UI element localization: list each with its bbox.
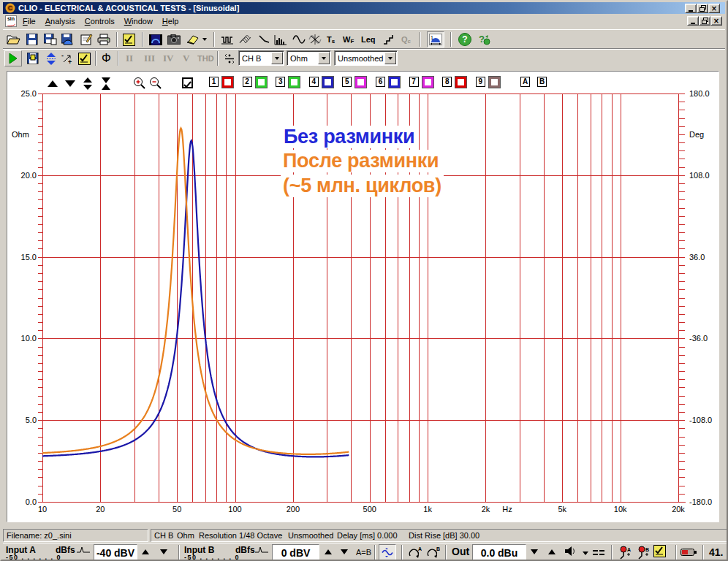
input-a-up-button[interactable] <box>142 549 149 554</box>
y-left-tick-label: 15.0 <box>21 253 37 262</box>
x-tick-label: 2k <box>482 505 490 514</box>
y-left-tick-label: 0.0 <box>26 497 37 506</box>
status-bar: Filename: z0_.sini CH BOhmResolution 1/4… <box>3 527 728 543</box>
x-tick-label: 5k <box>558 505 567 514</box>
svg-text:B: B <box>645 547 649 552</box>
impedance-chart <box>1 1 728 561</box>
x-tick-label: 20k <box>672 505 685 514</box>
svg-text:A: A <box>418 546 422 552</box>
chart-annotation-3: (~5 млн. циклов) <box>281 175 444 197</box>
input-a-meter-scale: -50 , , , , , , 0 <box>6 554 61 561</box>
input-b-sensitivity-value[interactable]: 0 dBV <box>272 544 319 561</box>
out-down-button[interactable] <box>531 549 538 554</box>
generator-toggle-icon[interactable] <box>379 544 396 561</box>
input-b-up-button[interactable] <box>325 549 332 554</box>
out-up-button[interactable] <box>548 549 556 554</box>
input-b-peak-icon <box>254 546 269 554</box>
status-item: Delay [ms] 0.000 <box>337 531 398 540</box>
y-right-tick-label: 108.0 <box>689 171 710 180</box>
filename-panel: Filename: z0_.sini <box>3 529 148 542</box>
input-b-down-button[interactable] <box>341 549 348 554</box>
input-a-peak-icon <box>76 546 91 554</box>
measurement-info-panel: CH BOhmResolution 1/48 OctaveUnsmoothedD… <box>151 529 728 542</box>
x-tick-label: 10 <box>38 505 47 514</box>
y-right-tick-label: -36.0 <box>689 334 708 343</box>
input-b-units-label: dBfs <box>235 545 255 555</box>
mic-a-icon[interactable]: A <box>617 544 633 561</box>
x-tick-label: 50 <box>172 505 181 514</box>
input-b-meter-scale: -50 , , , , , , 0 <box>184 554 240 561</box>
y-right-tick-label: 180.0 <box>689 89 710 98</box>
hardware-settings-icon[interactable] <box>653 545 666 557</box>
x-tick-label: 1k <box>423 505 432 514</box>
generator-continuous-icon[interactable] <box>592 548 605 557</box>
mic-b-icon[interactable]: B <box>635 544 651 561</box>
y-right-axis-name: Deg <box>689 130 704 139</box>
status-item: Resolution 1/48 Octave <box>199 531 282 540</box>
out-label: Out <box>452 546 469 557</box>
x-tick-label: 200 <box>287 505 300 514</box>
y-right-tick-label: -108.0 <box>689 416 712 424</box>
y-right-tick-label: 36.0 <box>689 253 705 262</box>
x-tick-label: 100 <box>228 505 241 514</box>
y-left-tick-label: 5.0 <box>26 416 37 424</box>
speaker-dropdown-icon[interactable] <box>583 552 588 555</box>
loop-a-icon[interactable]: A <box>406 544 423 561</box>
status-item: Unsmoothed <box>288 531 333 540</box>
x-axis-name: Hz <box>502 505 512 514</box>
svg-text:B: B <box>436 546 440 552</box>
x-tick-label: 20 <box>96 505 105 514</box>
chart-annotation-1: Без разминки <box>281 126 417 148</box>
x-tick-label: 500 <box>363 505 376 514</box>
io-control-bar: Input A -50 , , , , , , 0 dBfs -40 dBV I… <box>3 543 728 561</box>
input-a-down-button[interactable] <box>160 549 167 554</box>
status-item: CH B <box>154 531 173 540</box>
y-left-tick-label: 25.0 <box>21 89 37 98</box>
input-a-units-label: dBfs <box>56 545 75 555</box>
ab-link-button[interactable]: A=B <box>356 548 371 557</box>
meter-value: 41. <box>709 546 723 558</box>
status-item: Dist Rise [dB] 30.00 <box>409 531 479 540</box>
output-level-value[interactable]: 0.0 dBu <box>472 544 526 561</box>
y-left-axis-name: Ohm <box>12 130 29 139</box>
speaker-icon[interactable] <box>564 546 576 557</box>
y-right-tick-label: -180.0 <box>689 497 712 506</box>
chart-annotation-2: После разминки <box>281 150 441 172</box>
y-left-tick-label: 10.0 <box>21 334 37 343</box>
clio-app-window: { "titlebar": {"title": "CLIO - ELECTRIC… <box>0 0 728 561</box>
x-tick-label: 10k <box>614 505 627 514</box>
battery-status-icon <box>680 548 697 557</box>
y-left-tick-label: 20.0 <box>21 171 37 180</box>
svg-text:A: A <box>627 547 631 552</box>
loop-b-icon[interactable]: B <box>424 544 441 561</box>
input-a-sensitivity-value[interactable]: -40 dBV <box>94 544 137 561</box>
status-item: Ohm <box>177 531 194 540</box>
